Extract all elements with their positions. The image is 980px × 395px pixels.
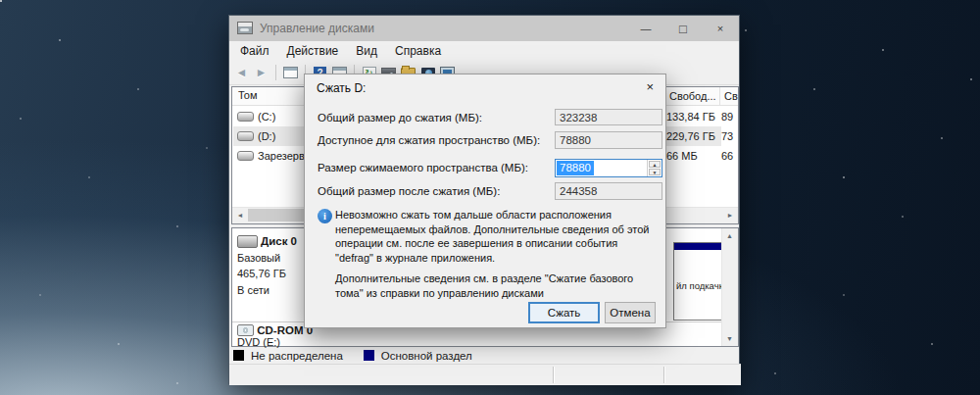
cancel-button[interactable]: Отмена xyxy=(605,302,656,323)
dialog-title: Сжать D: xyxy=(317,81,366,95)
title-bar[interactable]: Управление дисками — □ × xyxy=(229,16,739,41)
disk0-size: 465,76 ГБ xyxy=(237,266,308,282)
spin-down-icon[interactable]: ▼ xyxy=(649,169,661,175)
disk-icon xyxy=(237,235,258,248)
volume-icon xyxy=(237,112,254,122)
field-available: 78880 xyxy=(555,131,662,149)
maximize-button[interactable]: □ xyxy=(664,16,702,41)
partition-label: йл подкачк xyxy=(676,280,723,291)
volume-free-pct: 89 xyxy=(721,107,733,126)
volume-icon xyxy=(237,151,254,161)
volume-free: 66 МБ xyxy=(666,146,698,166)
console-window-icon[interactable] xyxy=(282,65,299,80)
volume-name: (C:) xyxy=(258,111,275,123)
scroll-down-icon[interactable]: ▼ xyxy=(722,331,737,346)
disk0-status: В сети xyxy=(237,282,308,299)
volume-free: 133,84 ГБ xyxy=(666,107,715,126)
partition-status-band xyxy=(674,243,727,250)
scroll-right-icon[interactable]: ► xyxy=(722,208,738,222)
spinner: ▲ ▼ xyxy=(647,160,662,176)
spin-up-icon[interactable]: ▲ xyxy=(649,161,661,168)
label-total-before: Общий размер до сжатия (МБ): xyxy=(318,112,482,123)
cdrom-icon xyxy=(237,324,254,336)
stars-decoration xyxy=(0,0,2,2)
close-button[interactable]: × xyxy=(702,16,739,41)
volume-free: 229,76 ГБ xyxy=(666,126,715,146)
forward-icon[interactable]: ► xyxy=(253,65,270,80)
status-bar xyxy=(229,364,741,385)
legend-swatch-primary xyxy=(364,350,374,361)
desktop-background: Управление дисками — □ × Файл Действие В… xyxy=(0,0,980,395)
menu-view[interactable]: Вид xyxy=(347,41,386,61)
statusbar-divider xyxy=(553,367,554,383)
back-icon[interactable]: ◄ xyxy=(233,65,250,80)
column-header-volume[interactable]: Том xyxy=(238,89,258,101)
volume-free-pct: 66 xyxy=(721,146,733,166)
disk-management-icon xyxy=(237,22,253,34)
legend-label-primary: Основной раздел xyxy=(381,350,472,362)
menu-file[interactable]: Файл xyxy=(231,41,278,61)
dialog-close-icon[interactable]: × xyxy=(646,79,654,94)
info-text: Невозможно сжать том дальше области расп… xyxy=(335,208,659,265)
label-shrink-size: Размер сжимаемого пространства (МБ): xyxy=(318,162,528,173)
cdrom-drive: DVD (E:) xyxy=(237,336,722,348)
disk0-type: Базовый xyxy=(237,250,308,267)
volume-icon xyxy=(237,131,254,141)
info-icon: i xyxy=(318,209,332,223)
scroll-left-icon[interactable]: ◄ xyxy=(232,208,248,222)
vertical-scrollbar[interactable]: ▲ ▼ xyxy=(721,228,738,346)
field-total-after: 244358 xyxy=(555,182,662,200)
shrink-dialog: Сжать D: × Общий размер до сжатия (МБ): … xyxy=(304,74,666,328)
field-total-before: 323238 xyxy=(555,109,662,125)
legend-bar: Не распределена Основной раздел xyxy=(231,348,741,363)
shrink-button[interactable]: Сжать xyxy=(528,302,600,323)
column-header-free-pct[interactable]: Св xyxy=(724,87,738,105)
toolbar-separator xyxy=(275,65,276,80)
menu-bar: Файл Действие Вид Справка xyxy=(229,41,739,61)
window-controls: — □ × xyxy=(627,16,739,41)
shrink-size-input[interactable]: 78880 ▲ ▼ xyxy=(555,159,662,177)
legend-label-unallocated: Не распределена xyxy=(251,350,343,362)
scroll-up-icon[interactable]: ▲ xyxy=(722,228,737,243)
minimize-button[interactable]: — xyxy=(627,16,664,41)
help-text: Дополнительные сведения см. в разделе "С… xyxy=(335,272,659,300)
shrink-size-value: 78880 xyxy=(557,161,594,175)
volume-name: (D:) xyxy=(258,130,275,142)
column-divider[interactable] xyxy=(719,87,720,105)
label-available: Доступное для сжатия пространство (МБ): xyxy=(318,134,540,146)
label-total-after: Общий размер после сжатия (МБ): xyxy=(318,185,500,197)
volume-free-pct: 73 xyxy=(721,126,733,146)
window-title: Управление дисками xyxy=(260,16,374,41)
column-header-free[interactable]: Свобод... xyxy=(669,87,716,105)
disk0-title: Диск 0 xyxy=(237,233,308,250)
menu-action[interactable]: Действие xyxy=(278,41,348,61)
disk0-header[interactable]: Диск 0 Базовый 465,76 ГБ В сети xyxy=(232,228,309,321)
menu-help[interactable]: Справка xyxy=(386,41,450,61)
legend-swatch-unallocated xyxy=(233,350,244,361)
partition-block[interactable]: йл подкачк xyxy=(673,242,728,321)
statusbar-divider xyxy=(663,367,664,383)
